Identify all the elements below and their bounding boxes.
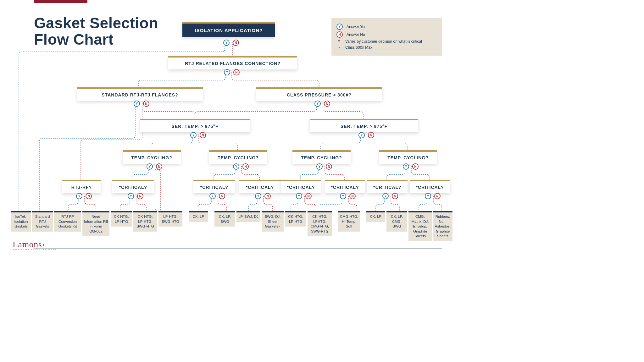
node-critical-2: *CRITICAL? <box>193 180 235 193</box>
node-critical-5: *CRITICAL? <box>325 180 365 193</box>
no-icon: N <box>324 101 330 107</box>
node-label: *CRITICAL? <box>112 181 154 193</box>
yes-icon: Y <box>403 163 409 170</box>
yes-icon: Y <box>314 101 321 107</box>
node-label: STANDARD RTJ-RTJ FLANGES? <box>77 89 203 101</box>
yn-pair: YN <box>134 101 149 107</box>
accent-bar <box>34 0 87 3</box>
no-icon: N <box>412 163 419 170</box>
yn-pair: YN <box>223 40 239 46</box>
node-label: TEMP. CYCLING? <box>123 152 181 164</box>
node-standard-rtj: STANDARD RTJ-RTJ FLANGES? <box>77 87 203 101</box>
node-label: *CRITICAL? <box>193 181 235 193</box>
result-ck-lp-swg: CK, LP, SWG <box>214 211 235 227</box>
result-lp-swj-dj: LP, SWJ, DJ <box>236 211 260 222</box>
result-ck-lp-cmg-swg: CK, LP, CMG, SWG <box>386 211 407 232</box>
node-class-pressure: CLASS PRESSURE > 300#? <box>256 87 382 101</box>
yes-icon: Y <box>316 163 323 170</box>
yn-pair: YN <box>314 101 330 107</box>
node-rtj-rf: RTJ-RF? <box>62 180 101 193</box>
yn-pair: YN <box>403 163 419 170</box>
yn-pair: YN <box>358 132 374 138</box>
result-ck-lp-1: CK, LP <box>189 211 208 222</box>
yes-icon: Y <box>358 132 365 138</box>
no-icon: N <box>264 193 271 199</box>
legend-no: Answer No <box>347 32 365 37</box>
no-icon: N <box>305 193 312 199</box>
yn-pair: YN <box>316 163 332 170</box>
no-icon: N <box>392 193 398 199</box>
yn-pair: YN <box>224 69 240 75</box>
node-temp-cycling-1: TEMP. CYCLING? <box>123 150 181 164</box>
yes-icon: Y <box>223 40 230 46</box>
node-label: SER. TEMP. > 975°F <box>310 120 418 132</box>
yes-icon: Y <box>190 132 197 138</box>
yes-icon: Y <box>382 193 389 199</box>
logo-subtext: MANUFACTURING AND SERVICE CO <box>13 249 57 250</box>
yn-pair: YN <box>147 163 162 170</box>
page-title: Gasket Selection Flow Chart <box>34 15 158 48</box>
yes-icon: Y <box>224 69 230 75</box>
no-icon: N <box>326 163 332 170</box>
result-rubbers: Rubbers, Non-Asbestos, Graphite Sheets <box>433 211 452 241</box>
brand-logo: Lamons› MANUFACTURING AND SERVICE CO <box>13 239 57 250</box>
yn-pair: YN <box>255 193 271 199</box>
yes-icon: Y <box>296 193 302 199</box>
result-swg-dj-sheet: SWG, DJ, Sheet Gaskets~ <box>262 211 284 232</box>
node-label: TEMP. CYCLING? <box>209 152 267 164</box>
title-line-1: Gasket Selection <box>34 15 158 31</box>
result-ck-lp-2: CK, LP <box>366 211 385 222</box>
tilde-icon: ~ <box>336 45 341 50</box>
node-temp-cycling-2: TEMP. CYCLING? <box>209 150 267 164</box>
yn-pair: YN <box>190 132 206 138</box>
node-critical-7: *CRITICAL? <box>410 180 450 193</box>
yes-icon: Y <box>76 193 82 199</box>
node-rtj-related: RTJ RELATED FLANGES CONNECTION? <box>168 56 297 69</box>
no-icon: N <box>156 163 162 170</box>
node-critical-6: *CRITICAL? <box>367 180 408 193</box>
node-label: *CRITICAL? <box>410 181 450 193</box>
node-label: SER. TEMP. > 975°F <box>140 120 250 132</box>
legend-tilde: Class 600# Max. <box>345 45 373 50</box>
node-critical-4: *CRITICAL? <box>281 180 321 193</box>
yn-pair: YN <box>233 163 249 170</box>
node-critical-3: *CRITICAL? <box>239 180 281 193</box>
legend-box: YAnswer Yes NAnswer No *Varies by custom… <box>331 18 442 56</box>
flowchart-stage: Gasket Selection Flow Chart YAnswer Yes … <box>0 0 453 255</box>
no-icon: N <box>368 132 374 138</box>
node-label: *CRITICAL? <box>239 181 281 193</box>
yn-pair: YN <box>382 193 398 199</box>
yn-pair: YN <box>76 193 92 199</box>
no-icon: N <box>349 193 356 199</box>
yes-icon: Y <box>134 101 140 107</box>
yn-pair: YN <box>340 193 356 199</box>
no-icon: N <box>233 69 240 75</box>
node-label: TEMP. CYCLING? <box>292 152 351 164</box>
no-icon: N <box>143 101 149 107</box>
result-isotek: IsoTek-Isolation Gaskets <box>11 211 31 232</box>
node-label: *CRITICAL? <box>325 181 365 193</box>
star-icon: * <box>336 39 341 44</box>
node-ser-temp-b: SER. TEMP. > 975°F <box>310 119 418 132</box>
result-ckhtg-cmghtg: CK-HTG, LPHTG, CMG-HTG, SWG-HTG <box>308 211 332 236</box>
no-icon: N <box>86 193 92 199</box>
yes-icon: Y <box>336 24 343 30</box>
footer-rule <box>34 249 442 249</box>
result-need-info: Need Information Fill in Form Q8F002 <box>82 211 109 236</box>
legend-yes: Answer Yes <box>347 25 366 29</box>
node-critical-1: *CRITICAL? <box>112 180 154 193</box>
yn-pair: YN <box>296 193 312 199</box>
chevron-right-icon: › <box>42 241 45 248</box>
result-ckhtg-lphtg-1: CK-HTG, LP-HTG <box>111 211 132 227</box>
yn-pair: YN <box>128 193 143 199</box>
no-icon: N <box>336 31 343 38</box>
result-rtj-rf-kit: RTJ-RF Conversion Gaskets Kit <box>54 211 81 232</box>
result-cmg-matrix: CMG, Matrix, DJ, Envelop, Graphite Sheet… <box>408 211 432 241</box>
no-icon: N <box>137 193 143 199</box>
result-ckhtg-lphtg-2: CK-HTG, LP-HTG <box>285 211 306 227</box>
no-icon: N <box>434 193 441 199</box>
yes-icon: Y <box>255 193 261 199</box>
node-temp-cycling-3: TEMP. CYCLING? <box>292 150 351 164</box>
legend-star: Varies by customer decision on what is c… <box>345 39 422 44</box>
node-label: ISOLATION APPLICATION? <box>182 24 275 37</box>
